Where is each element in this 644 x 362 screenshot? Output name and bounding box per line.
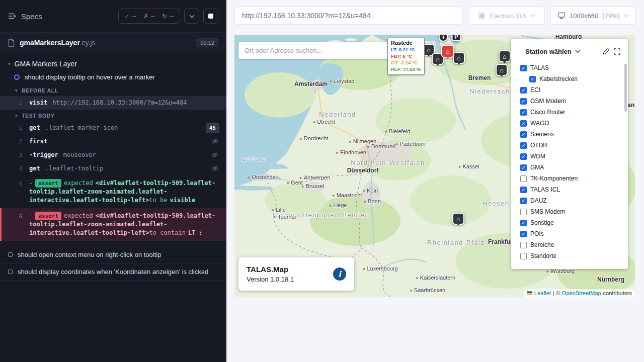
map-label-city: Paderborn	[395, 141, 425, 147]
test-body-section[interactable]: ▾ TEST BODY	[0, 110, 226, 121]
checkbox[interactable]: ✓	[520, 142, 527, 149]
station-marker[interactable]: ⌂	[496, 64, 508, 76]
checkbox[interactable]: ✓	[520, 109, 527, 116]
command-first[interactable]: 2first	[0, 135, 226, 148]
checkbox[interactable]	[520, 175, 527, 182]
viewport-selector[interactable]: 1000x660 (79%)	[550, 7, 636, 25]
marker-icon: P	[452, 35, 461, 41]
checkbox[interactable]: ✓	[520, 65, 527, 71]
osm-link[interactable]: OpenStreetMap	[562, 290, 601, 296]
station-filter-siemens[interactable]: ✓Siemens	[520, 129, 628, 140]
station-filter-eci[interactable]: ✓ECI	[520, 84, 628, 96]
checkbox[interactable]	[520, 209, 527, 215]
before-all-section[interactable]: ▾ BEFORE ALL	[0, 84, 226, 96]
command-trigger[interactable]: 3-triggermouseover	[0, 148, 226, 162]
checkbox-label: SMS Modem	[530, 208, 565, 215]
map-label-city: Liège	[330, 202, 347, 208]
panel-scrollbar[interactable]	[624, 64, 627, 112]
checkbox[interactable]: ✓	[520, 198, 527, 204]
specs-menu-button[interactable]: Specs	[8, 12, 42, 21]
map-label-city: Luxembourg	[363, 265, 397, 272]
map-label-city: Brussel	[302, 183, 325, 189]
station-filter-bereiche[interactable]: Bereiche	[520, 239, 628, 250]
station-filter-sms-modem[interactable]: SMS Modem	[520, 206, 628, 217]
checkbox-label: TALAS ICL	[530, 186, 560, 193]
command-number: 3	[15, 151, 22, 159]
test-stats: ✓-- ✗-- ↻--	[118, 9, 180, 24]
map-label-city: Tournai	[274, 214, 296, 220]
station-filter-gsm-modem[interactable]: ✓GSM Modem	[520, 96, 628, 107]
map-search-input[interactable]	[238, 47, 387, 54]
station-marker[interactable]: ⌂	[453, 52, 465, 64]
station-filter-pois[interactable]: ✓POIs	[520, 228, 628, 239]
checkbox[interactable]: ✓	[520, 231, 527, 237]
suite-gma-markers-layer[interactable]: ▾ GMA Markers Layer	[0, 56, 226, 71]
checkbox[interactable]: ✓	[520, 164, 527, 171]
browser-selector[interactable]: Electron 118	[469, 7, 544, 25]
app-info-box: TALAS.Map Version 1.0.18.1 i	[238, 257, 354, 291]
command-get[interactable]: 4get.leaflet-tooltip	[0, 162, 226, 175]
map-label-city: Kaiserslautern	[416, 275, 455, 281]
station-filter-sonstige[interactable]: ✓Sonstige	[520, 217, 628, 228]
p-marker[interactable]: P	[452, 35, 461, 41]
checkbox-label: Bereiche	[530, 241, 554, 248]
map-label-city: Bielefeld	[385, 128, 410, 134]
map-label-city: Eindhoven	[336, 149, 366, 155]
url-bar[interactable]: http://192.168.10.33:3000/?m=12&u=484	[234, 7, 463, 25]
map-application[interactable]: HamburgBremenHannoverGroningenLelystadAm…	[234, 35, 635, 297]
chevron-down-icon[interactable]	[575, 50, 581, 53]
checkbox[interactable]: ✓	[529, 76, 536, 82]
station-filter-wdm[interactable]: ✓WDM	[520, 151, 628, 162]
checkbox-label: WAGO	[530, 120, 549, 127]
checkbox[interactable]: ✓	[520, 131, 527, 138]
collapse-all-button[interactable]	[184, 9, 199, 24]
spec-file-row[interactable]: gmaMarkersLayer.cy.js 00:12	[0, 32, 226, 53]
command-visit[interactable]: 1visithttp://192.168.10.33:3000/?m=12&u=…	[0, 96, 226, 110]
station-marker[interactable]: ⌂	[499, 50, 511, 62]
assert-badge: assert	[35, 212, 61, 220]
checkbox[interactable]	[520, 242, 527, 248]
spec-duration-badge: 00:12	[196, 38, 218, 47]
reporter-header: Specs ✓-- ✗-- ↻--	[0, 0, 226, 32]
checkbox-label: DAUZ	[530, 197, 547, 204]
station-filter-tk-komponenten[interactable]: TK-Komponenten	[520, 173, 628, 184]
map-label-city: Lille	[272, 207, 286, 213]
running-test-icon	[14, 74, 20, 80]
checkbox[interactable]: ✓	[520, 187, 527, 193]
checkbox[interactable]: ✓	[520, 120, 527, 127]
station-filter-talas-icl[interactable]: ✓TALAS ICL	[520, 184, 628, 195]
checkbox[interactable]: ✓	[520, 87, 527, 94]
pending-test-row[interactable]: should display coordinates when 'Koordin…	[0, 263, 226, 280]
edit-pencil-icon[interactable]	[602, 48, 610, 55]
fullscreen-expand-icon[interactable]	[613, 48, 621, 55]
failed-x-icon: ✗	[143, 13, 148, 20]
station-filter-otdr[interactable]: ✓OTDR	[520, 140, 628, 151]
map-search-box[interactable]	[238, 42, 387, 59]
plus-marker[interactable]: +	[439, 35, 448, 42]
station-filter-kabelstrecken[interactable]: ✓Kabelstrecken	[520, 73, 628, 84]
leaflet-link[interactable]: Leaflet	[534, 290, 551, 296]
station-filter-talas[interactable]: ✓TALAS	[520, 62, 628, 73]
info-icon[interactable]: i	[333, 267, 346, 281]
checkbox[interactable]: ✓	[520, 220, 527, 226]
station-filter-standorte[interactable]: Standorte	[520, 250, 628, 261]
tooltip-row: GT: -2.14 °C	[391, 59, 421, 66]
assert-passed-row[interactable]: 5 -assertexpected<div#leaflet-tooltip-50…	[0, 175, 226, 208]
assert-failed-row[interactable]: 6 -assertexpected<div#leaflet-tooltip-50…	[0, 208, 226, 241]
station-marker[interactable]: ⌂	[452, 213, 464, 225]
selected-station-marker[interactable]: ⌂	[441, 45, 454, 58]
active-test-row[interactable]: should display tooltip on hover over a m…	[0, 71, 226, 84]
station-filter-wago[interactable]: ✓WAGO	[520, 118, 628, 129]
station-filter-gma[interactable]: ✓GMA	[520, 162, 628, 173]
station-select[interactable]: Station wählen	[525, 48, 572, 55]
station-filter-dauz[interactable]: ✓DAUZ	[520, 195, 628, 206]
stop-button[interactable]	[203, 9, 218, 24]
checkbox[interactable]	[520, 253, 527, 259]
checkbox[interactable]: ✓	[520, 98, 527, 105]
station-filter-cisco-router[interactable]: ✓Cisco Router	[520, 107, 628, 118]
map-label-major: Düsseldorf	[347, 167, 379, 174]
command-get[interactable]: 1get.leaflet-marker-icon45	[0, 121, 226, 135]
tooltip-values: LT: 0.21 °CFBT: 6 °CGT: -2.14 °CRLF: 77.…	[391, 46, 421, 72]
checkbox[interactable]: ✓	[520, 153, 527, 160]
pending-test-row[interactable]: should open context menu on right-click …	[0, 246, 226, 263]
